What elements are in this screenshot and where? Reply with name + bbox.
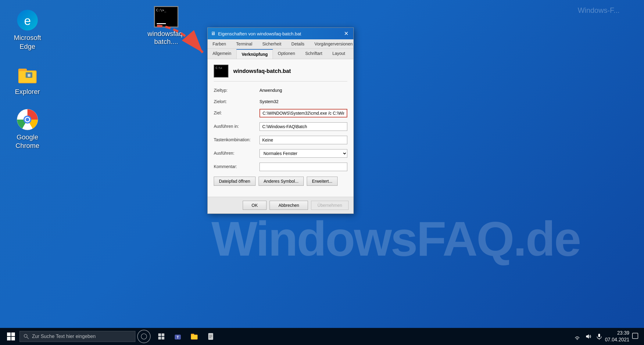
desktop: Windows-F... WindowsFAQ.de e Microsoft — [0, 0, 644, 328]
tastenkombination-label: Tastenkombination: — [214, 136, 259, 144]
kommentar-label: Kommentar: — [214, 163, 259, 171]
cortana-icon — [141, 333, 147, 340]
zielort-label: Zielort: — [214, 98, 259, 104]
tab-sicherheit[interactable]: Sicherheit — [257, 39, 286, 49]
start-button[interactable] — [2, 328, 20, 345]
taskbar-right-area: 23:39 07.04.2021 — [574, 330, 642, 343]
svg-rect-36 — [632, 333, 638, 339]
desktop-icon-chrome[interactable]: Google Chrome — [9, 109, 46, 150]
tab-details[interactable]: Details — [287, 39, 310, 49]
uebernehmen-button: Übernehmen — [311, 201, 349, 210]
tastenkombination-input[interactable] — [259, 136, 347, 144]
file-header-icon — [214, 65, 228, 77]
svg-rect-12 — [7, 332, 11, 336]
zielort-value: System32 — [259, 98, 347, 104]
tab-vorgaenger[interactable]: Vorgängerversionen — [309, 39, 358, 49]
desktop-icons-column: e Microsoft Edge ⊞ Explorer — [9, 9, 46, 150]
dialog-titlebar: 🖥 Eigenschaften von windowsfaq-batch.bat… — [208, 28, 353, 39]
zieltyp-label: Zieltyp: — [214, 86, 259, 93]
chrome-icon — [16, 109, 38, 131]
action-buttons-row: Dateipfad öffnen Anderes Symbol... Erwei… — [214, 177, 347, 186]
svg-text:e: e — [24, 14, 31, 27]
dialog-footer: OK Abbrechen Übernehmen — [208, 197, 353, 214]
svg-marker-33 — [586, 334, 589, 339]
background-text: WindowsFAQ.de — [211, 211, 580, 267]
taskbar-search[interactable]: Zur Suche Text hier eingeben — [20, 331, 135, 342]
desktop-icon-edge[interactable]: e Microsoft Edge — [9, 9, 46, 51]
ziel-label: Ziel: — [214, 109, 259, 117]
tab-optionen[interactable]: Optionen — [273, 49, 300, 59]
svg-rect-20 — [162, 333, 164, 336]
svg-rect-13 — [11, 332, 15, 336]
anderes-symbol-button[interactable]: Anderes Symbol... — [259, 177, 304, 186]
svg-rect-27 — [191, 335, 197, 339]
svg-line-17 — [27, 337, 29, 339]
volume-icon[interactable] — [585, 333, 592, 340]
dialog-close-button[interactable]: ✕ — [342, 29, 350, 38]
clock-time: 23:39 — [617, 330, 629, 336]
ausfuehren-in-label: Ausführen in: — [214, 122, 259, 131]
tab-farben[interactable]: Farben — [208, 39, 231, 49]
dialog-title-icon: 🖥 — [211, 31, 216, 36]
edge-icon-label: Microsoft Edge — [9, 34, 46, 51]
abbrechen-button[interactable]: Abbrechen — [270, 201, 308, 210]
taskview-button[interactable] — [154, 329, 169, 344]
search-placeholder-text: Zur Suche Text hier eingeben — [32, 334, 96, 339]
file-header: windowsfaq-batch.bat — [214, 65, 347, 81]
watermark-text: Windows-F... — [578, 6, 620, 15]
system-clock[interactable]: 23:39 07.04.2021 — [605, 330, 629, 343]
cortana-button[interactable] — [137, 330, 151, 343]
explorer-icon: ⊞ — [16, 63, 38, 85]
svg-rect-21 — [158, 337, 161, 340]
file-header-name: windowsfaq-batch.bat — [233, 68, 291, 74]
svg-text:T: T — [177, 335, 179, 340]
ziel-input[interactable] — [259, 109, 347, 117]
properties-grid: Zieltyp: Anwendung Zielort: System32 Zie… — [214, 86, 347, 171]
svg-point-32 — [577, 339, 578, 340]
taskbar-items: T — [154, 329, 218, 344]
svg-rect-15 — [11, 337, 15, 340]
properties-dialog: 🖥 Eigenschaften von windowsfaq-batch.bat… — [207, 27, 354, 214]
svg-rect-14 — [7, 337, 11, 340]
notification-button[interactable] — [632, 332, 639, 340]
arrow-pointer — [149, 18, 210, 64]
ausfuehren-label: Ausführen: — [214, 149, 259, 158]
taskbar-explorer-icon — [190, 332, 199, 341]
svg-point-18 — [141, 334, 147, 339]
taskbar-file-icon — [206, 332, 215, 341]
svg-text:⊞: ⊞ — [27, 73, 30, 77]
dialog-tabs-row1: Farben Terminal Sicherheit Details Vorgä… — [208, 39, 353, 49]
tab-schriftart[interactable]: Schriftart — [300, 49, 327, 59]
svg-rect-22 — [162, 337, 164, 340]
svg-point-10 — [26, 118, 29, 121]
chrome-icon-label: Google Chrome — [9, 133, 46, 150]
ausfuehren-in-input[interactable] — [259, 122, 347, 131]
tab-verknuepfung[interactable]: Verknüpfung — [236, 49, 273, 59]
dateipfad-button[interactable]: Dateipfad öffnen — [214, 177, 256, 186]
teams-button[interactable]: T — [170, 329, 185, 344]
ausfuehren-select[interactable]: Normales Fenster Minimiert Maximiert — [259, 149, 347, 158]
dialog-tabs-row2: Allgemein Verknüpfung Optionen Schriftar… — [208, 49, 353, 59]
tab-terminal[interactable]: Terminal — [231, 39, 257, 49]
erweitert-button[interactable]: Erweitert... — [307, 177, 338, 186]
explorer-icon-label: Explorer — [15, 88, 40, 96]
search-icon — [23, 334, 29, 339]
network-icon[interactable] — [574, 333, 581, 340]
ok-button[interactable]: OK — [243, 201, 267, 210]
mic-icon[interactable] — [596, 333, 603, 340]
system-tray — [574, 333, 603, 340]
teams-icon: T — [174, 332, 182, 341]
notification-icon — [632, 332, 639, 339]
tab-layout[interactable]: Layout — [327, 49, 350, 59]
dialog-title-area: 🖥 Eigenschaften von windowsfaq-batch.bat — [211, 31, 301, 36]
taskbar-explorer-button[interactable] — [187, 329, 202, 344]
taskbar-file-button[interactable] — [203, 329, 218, 344]
zieltyp-value: Anwendung — [259, 86, 347, 93]
clock-date: 07.04.2021 — [605, 336, 629, 343]
svg-rect-34 — [598, 334, 600, 337]
desktop-icon-explorer[interactable]: ⊞ Explorer — [9, 63, 46, 96]
tab-allgemein[interactable]: Allgemein — [208, 49, 236, 59]
taskview-icon — [158, 333, 165, 340]
kommentar-input[interactable] — [259, 163, 347, 171]
svg-point-16 — [24, 334, 27, 337]
